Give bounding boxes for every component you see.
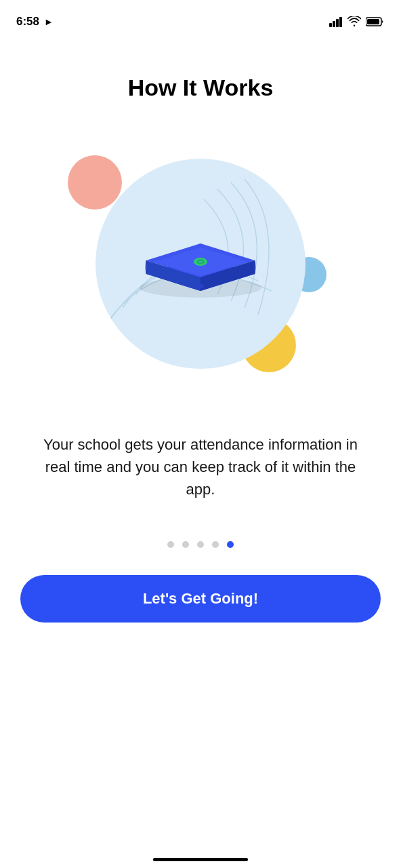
get-going-button[interactable]: Let's Get Going! [20,575,381,623]
status-time: 6:58 ► [16,15,54,28]
svg-rect-0 [329,23,332,27]
pagination-dot-3 [197,541,204,548]
page-title: How It Works [0,75,401,101]
location-icon: ► [44,16,54,27]
main-illustration-circle [96,159,305,369]
pagination-dot-4 [212,541,219,548]
illustration-area [0,121,401,406]
battery-icon [366,16,385,27]
home-indicator [153,858,248,861]
pagination-dots [0,541,401,548]
pagination-dot-2 [182,541,189,548]
signal-icon [329,16,343,27]
time-display: 6:58 [16,15,39,28]
pagination-dot-1 [167,541,174,548]
svg-point-10 [197,284,204,288]
svg-rect-3 [339,17,342,27]
status-bar: 6:58 ► [0,0,401,34]
svg-rect-5 [367,19,379,24]
pagination-dot-5-active [227,541,234,548]
wifi-icon [347,16,361,27]
cta-button-label: Let's Get Going! [143,590,258,608]
svg-rect-2 [336,19,339,27]
status-icons [329,16,385,27]
svg-point-9 [198,260,203,263]
description-text: Your school gets your attendance informa… [0,433,401,500]
phone-illustration [126,223,275,304]
svg-rect-1 [333,21,335,27]
